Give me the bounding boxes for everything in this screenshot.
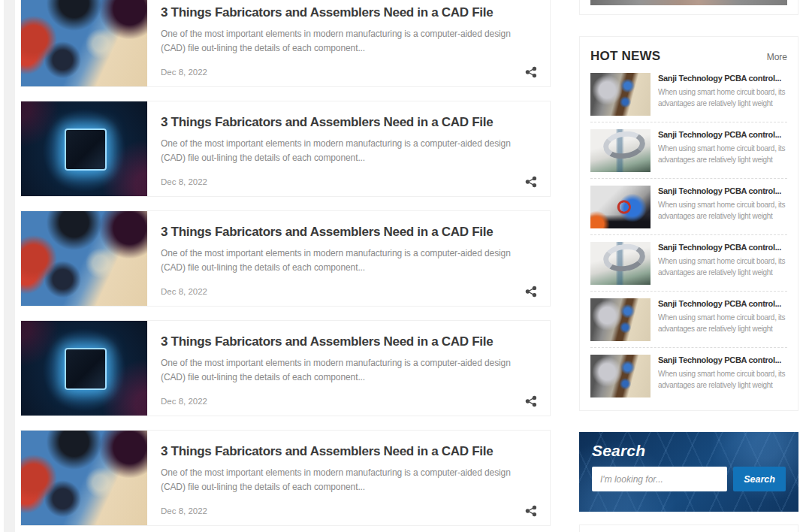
hot-news-thumbnail-image[interactable]	[590, 242, 651, 285]
hot-news-thumbnail-image[interactable]	[590, 129, 651, 172]
hot-news-item[interactable]: Sanji Technology PCBA control... When us…	[590, 355, 787, 397]
hot-news-item-description: When using smart home circuit board, its…	[658, 199, 787, 222]
hot-news-item-description: When using smart home circuit board, its…	[658, 86, 787, 109]
hot-news-item-text: Sanji Technology PCBA control... When us…	[658, 242, 787, 285]
search-button[interactable]: Search	[733, 467, 786, 491]
hot-news-item-description: When using smart home circuit board, its…	[658, 368, 787, 391]
article-meta-row: Dec 8, 2022	[161, 66, 537, 78]
hot-news-item-text: Sanji Technology PCBA control... When us…	[658, 129, 787, 172]
article-thumbnail-image[interactable]	[21, 321, 147, 416]
share-icon[interactable]	[525, 66, 537, 78]
article-card-body: 3 Things Fabricators and Assemblers Need…	[147, 431, 550, 525]
article-meta-row: Dec 8, 2022	[161, 395, 537, 407]
article-title[interactable]: 3 Things Fabricators and Assemblers Need…	[161, 334, 537, 349]
article-meta-row: Dec 8, 2022	[161, 176, 537, 188]
article-title[interactable]: 3 Things Fabricators and Assemblers Need…	[161, 115, 537, 130]
article-excerpt: One of the most important elements in mo…	[161, 137, 537, 165]
hot-news-item-title[interactable]: Sanji Technology PCBA control...	[658, 299, 787, 308]
hot-news-item[interactable]: Sanji Technology PCBA control... When us…	[590, 298, 787, 341]
article-card-body: 3 Things Fabricators and Assemblers Need…	[147, 211, 550, 306]
hot-news-thumbnail-image[interactable]	[590, 298, 651, 341]
sidebar-bottom-widget	[579, 524, 798, 532]
article-excerpt: One of the most important elements in mo…	[161, 356, 537, 385]
article-card-body: 3 Things Fabricators and Assemblers Need…	[147, 0, 550, 86]
hot-news-item-title[interactable]: Sanji Technology PCBA control...	[658, 130, 787, 139]
hot-news-item-title[interactable]: Sanji Technology PCBA control...	[658, 74, 787, 83]
article-title[interactable]: 3 Things Fabricators and Assemblers Need…	[161, 225, 537, 240]
top-banner-image[interactable]	[590, 0, 787, 5]
hot-news-item-title[interactable]: Sanji Technology PCBA control...	[658, 186, 787, 195]
hot-news-thumbnail-image[interactable]	[590, 73, 651, 116]
share-icon[interactable]	[525, 176, 537, 188]
hot-news-thumbnail-image[interactable]	[590, 355, 651, 397]
article-date: Dec 8, 2022	[161, 287, 207, 296]
hot-news-item[interactable]: Sanji Technology PCBA control... When us…	[590, 186, 787, 228]
hot-news-item-text: Sanji Technology PCBA control... When us…	[658, 298, 787, 341]
article-card: 3 Things Fabricators and Assemblers Need…	[20, 0, 551, 87]
article-meta-row: Dec 8, 2022	[161, 286, 537, 298]
more-link[interactable]: More	[767, 52, 787, 62]
hot-news-item-title[interactable]: Sanji Technology PCBA control...	[658, 355, 787, 364]
search-row: Search	[592, 467, 786, 491]
article-thumbnail-image[interactable]	[21, 211, 147, 306]
hot-news-widget: HOT NEWS More Sanji Technology PCBA cont…	[579, 36, 798, 411]
share-icon[interactable]	[525, 286, 537, 298]
article-card: 3 Things Fabricators and Assemblers Need…	[20, 101, 551, 197]
hot-news-list: Sanji Technology PCBA control... When us…	[590, 73, 787, 397]
article-card: 3 Things Fabricators and Assemblers Need…	[20, 430, 551, 526]
article-date: Dec 8, 2022	[161, 397, 207, 406]
hot-news-item-text: Sanji Technology PCBA control... When us…	[658, 355, 787, 397]
article-date: Dec 8, 2022	[161, 177, 207, 186]
article-excerpt: One of the most important elements in mo…	[161, 246, 537, 275]
article-title[interactable]: 3 Things Fabricators and Assemblers Need…	[161, 444, 537, 459]
hot-news-thumbnail-image[interactable]	[590, 186, 651, 228]
hot-news-item-text: Sanji Technology PCBA control... When us…	[658, 73, 787, 116]
hot-news-item-title[interactable]: Sanji Technology PCBA control...	[658, 243, 787, 252]
article-thumbnail-image[interactable]	[21, 101, 147, 196]
hot-news-item[interactable]: Sanji Technology PCBA control... When us…	[590, 242, 787, 285]
share-icon[interactable]	[525, 395, 537, 407]
hot-news-item-description: When using smart home circuit board, its…	[658, 255, 787, 278]
article-thumbnail-image[interactable]	[21, 0, 147, 86]
hot-news-item-text: Sanji Technology PCBA control... When us…	[658, 186, 787, 228]
article-excerpt: One of the most important elements in mo…	[161, 27, 537, 56]
article-card: 3 Things Fabricators and Assemblers Need…	[20, 320, 551, 416]
article-card-body: 3 Things Fabricators and Assemblers Need…	[147, 321, 550, 416]
sidebar: HOT NEWS More Sanji Technology PCBA cont…	[579, 0, 798, 532]
article-card: 3 Things Fabricators and Assemblers Need…	[20, 210, 551, 307]
hot-news-item-description: When using smart home circuit board, its…	[658, 312, 787, 334]
hot-news-item[interactable]: Sanji Technology PCBA control... When us…	[590, 73, 787, 116]
hot-news-heading: HOT NEWS	[590, 49, 660, 64]
search-widget: Search Search	[579, 432, 798, 512]
search-input[interactable]	[592, 467, 727, 491]
sidebar-top-widget	[579, 0, 798, 15]
page-edge-gutter	[4, 0, 15, 532]
article-card-body: 3 Things Fabricators and Assemblers Need…	[147, 101, 550, 196]
article-title[interactable]: 3 Things Fabricators and Assemblers Need…	[161, 5, 537, 20]
article-excerpt: One of the most important elements in mo…	[161, 466, 537, 494]
hot-news-item[interactable]: Sanji Technology PCBA control... When us…	[590, 129, 787, 172]
article-thumbnail-image[interactable]	[21, 431, 147, 525]
article-date: Dec 8, 2022	[161, 506, 207, 515]
hot-news-item-description: When using smart home circuit board, its…	[658, 143, 787, 165]
share-icon[interactable]	[525, 505, 537, 517]
article-list: 3 Things Fabricators and Assemblers Need…	[20, 0, 551, 532]
article-date: Dec 8, 2022	[161, 68, 207, 77]
hot-news-header: HOT NEWS More	[590, 49, 787, 64]
search-heading: Search	[592, 442, 786, 460]
article-meta-row: Dec 8, 2022	[161, 505, 537, 517]
